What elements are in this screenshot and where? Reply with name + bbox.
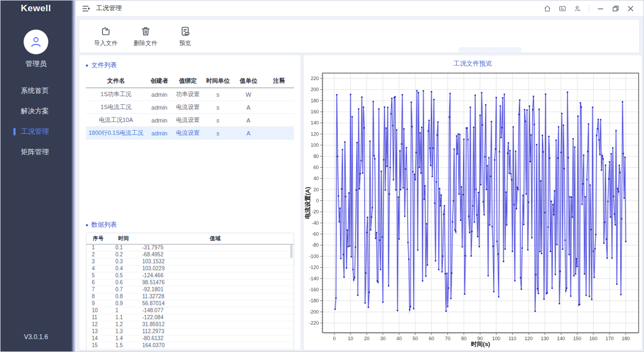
- file-row[interactable]: 1800行0.1S电流工况admin电流设置sA: [86, 127, 294, 140]
- data-table-box: 序号时间值域 10.1-31.797520.2-68.495230.3103.1…: [86, 233, 294, 350]
- import-icon: [100, 26, 112, 37]
- data-row: 40.4103.0229: [86, 265, 294, 272]
- data-cell: 56.87014: [137, 300, 294, 307]
- data-cell: 98.51476: [137, 279, 294, 286]
- data-cell: 1: [110, 307, 137, 314]
- data-cell: 1.6: [110, 349, 137, 350]
- file-cell: admin: [146, 88, 173, 101]
- data-cell: -92.1801: [137, 286, 294, 293]
- file-column-header: 时间单位: [203, 74, 233, 88]
- data-cell: 0.7: [110, 286, 137, 293]
- file-row[interactable]: 1S电流工况admin电流设置sA: [86, 101, 294, 114]
- sidebar-menu: 系统首页解决方案工况管理矩阵管理: [1, 81, 71, 162]
- file-cell: s: [203, 114, 233, 127]
- file-cell: [264, 88, 294, 101]
- data-cell: 164.0370: [137, 342, 294, 349]
- fading-toast: [458, 47, 522, 55]
- account-icon[interactable]: [570, 1, 585, 16]
- data-cell: 6: [86, 279, 110, 286]
- data-cell: 0.9: [110, 300, 137, 307]
- data-row: 20.2-68.4952: [86, 252, 294, 258]
- data-cell: 1.2: [110, 321, 137, 328]
- badge-icon[interactable]: [555, 1, 570, 16]
- data-table-header-row: 序号时间值域: [86, 233, 294, 245]
- data-cell: 1.4: [110, 335, 137, 342]
- data-cell: 0.4: [110, 265, 137, 272]
- data-row: 141.4-80.6132: [86, 335, 294, 342]
- data-cell: 0.5: [110, 272, 137, 279]
- main-content: 导入文件 删除文件 预览: [76, 17, 643, 351]
- avatar: [24, 30, 48, 54]
- data-cell: 9: [86, 300, 110, 307]
- preview-button[interactable]: 预览: [172, 26, 199, 47]
- data-list-header: 数据列表: [86, 220, 294, 229]
- data-cell: 0.3: [110, 258, 137, 265]
- data-cell: 11: [86, 314, 110, 321]
- file-column-header: 注释: [264, 74, 294, 88]
- titlebar-divider: [589, 5, 589, 12]
- data-cell: -122.084: [137, 314, 294, 321]
- restore-button[interactable]: [608, 1, 623, 16]
- data-cell: 1: [86, 245, 110, 252]
- data-row: 161.6177.4551: [86, 349, 294, 350]
- minimize-button[interactable]: [593, 1, 608, 16]
- data-row: 111.1-122.084: [86, 314, 294, 321]
- data-cell: 2: [86, 252, 110, 258]
- import-file-button[interactable]: 导入文件: [92, 26, 119, 47]
- file-row[interactable]: 1S功率工况admin功率设置sW: [86, 88, 294, 101]
- file-cell: admin: [146, 127, 173, 140]
- data-cell: 1.5: [110, 342, 137, 349]
- bullet-icon: [86, 64, 88, 67]
- file-table: 文件名创建者值绑定时间单位值单位注释 1S功率工况admin功率设置sW1S电流…: [86, 74, 294, 140]
- data-cell: 1.1: [110, 314, 137, 321]
- delete-file-button[interactable]: 删除文件: [132, 26, 159, 47]
- preview-eye-icon: [180, 26, 191, 37]
- data-row: 60.698.51476: [86, 279, 294, 286]
- data-cell: 10: [86, 307, 110, 314]
- sidebar-edge: [71, 1, 76, 351]
- file-row[interactable]: 电流工况10Aadmin电流设置sA: [86, 114, 294, 127]
- data-cell: 3: [86, 258, 110, 265]
- data-row: 151.5164.0370: [86, 342, 294, 349]
- data-row: 101-148.077: [86, 307, 294, 314]
- tool-button-label: 导入文件: [94, 39, 118, 47]
- close-button[interactable]: [623, 1, 638, 16]
- data-row: 131.3112.2973: [86, 328, 294, 335]
- sidebar-item-condition-management[interactable]: 工况管理: [1, 121, 71, 142]
- sidebar-item-solutions[interactable]: 解决方案: [1, 101, 71, 121]
- data-column-header: 时间: [110, 233, 137, 245]
- file-cell: [264, 127, 294, 140]
- data-cell: 0.6: [110, 279, 137, 286]
- file-cell: [264, 114, 294, 127]
- file-cell: 电流设置: [173, 101, 203, 114]
- data-row: 30.3103.1532: [86, 258, 294, 265]
- section-title: 数据列表: [91, 220, 117, 229]
- brand-logo: Kewell: [1, 1, 71, 17]
- home-icon[interactable]: [540, 1, 555, 16]
- file-cell: admin: [146, 101, 173, 114]
- data-table-scrollbar[interactable]: [290, 244, 292, 258]
- file-panel: 文件列表 文件名创建者值绑定时间单位值单位注释 1S功率工况admin功率设置s…: [79, 55, 301, 350]
- preview-chart-panel: 工况文件预览: [304, 55, 642, 350]
- data-cell: 0.1: [110, 245, 137, 252]
- sidebar: Kewell 管理员 系统首页解决方案工况管理矩阵管理 V3.0.1.6: [1, 1, 71, 351]
- file-cell: A: [233, 114, 264, 127]
- data-cell: 12: [86, 321, 110, 328]
- data-cell: 177.4551: [137, 349, 294, 350]
- preview-chart-canvas: [304, 55, 642, 350]
- data-row: 121.231.85912: [86, 321, 294, 328]
- data-row: 50.5-124.466: [86, 272, 294, 279]
- menu-fold-icon[interactable]: [82, 5, 91, 12]
- data-table: 序号时间值域 10.1-31.797520.2-68.495230.3103.1…: [86, 233, 294, 350]
- toolbar: 导入文件 删除文件 预览: [79, 20, 639, 53]
- titlebar-actions: [540, 1, 643, 16]
- sidebar-item-matrix-management[interactable]: 矩阵管理: [1, 142, 71, 162]
- sidebar-item-system-home[interactable]: 系统首页: [1, 81, 71, 101]
- tool-button-label: 预览: [179, 39, 191, 47]
- data-row: 70.7-92.1801: [86, 286, 294, 293]
- app-window: Kewell 管理员 系统首页解决方案工况管理矩阵管理 V3.0.1.6 工况管…: [0, 0, 644, 352]
- data-cell: 11.32728: [137, 293, 294, 300]
- file-cell: 电流工况10A: [86, 114, 146, 127]
- active-indicator: [13, 128, 16, 135]
- data-cell: 31.85912: [137, 321, 294, 328]
